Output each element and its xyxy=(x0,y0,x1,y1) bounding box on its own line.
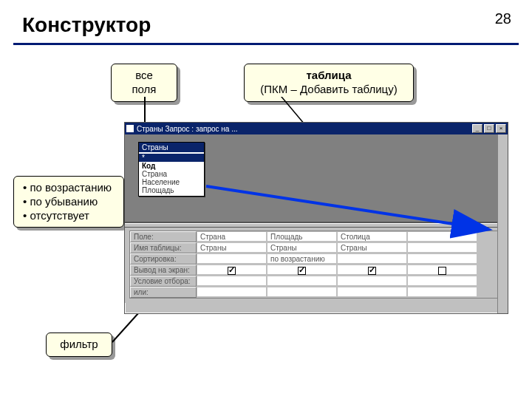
cell-or-0[interactable] xyxy=(197,287,267,297)
cell-sort-3[interactable] xyxy=(407,253,477,264)
query-designer-window: Страны Запрос : запрос на ... _ □ × Стра… xyxy=(124,122,508,314)
cell-field-2[interactable]: Столица xyxy=(337,231,407,242)
checkbox-show-3[interactable] xyxy=(438,267,446,275)
row-label-or: или: xyxy=(130,287,197,298)
sort-option-none: отсутствует xyxy=(23,209,115,223)
callout-filter: фильтр xyxy=(46,332,112,357)
tables-pane[interactable]: Страны * Код Страна Население Площадь xyxy=(125,134,508,223)
checkbox-show-1[interactable] xyxy=(298,267,306,275)
design-grid[interactable]: Поле: Страна Площадь Столица Имя таблицы… xyxy=(129,231,503,299)
document-icon xyxy=(126,125,134,132)
vertical-scrollbar[interactable] xyxy=(497,134,508,313)
cell-sort-2[interactable] xyxy=(337,253,407,264)
title-rule xyxy=(13,43,519,45)
cell-or-3[interactable] xyxy=(407,287,477,297)
sort-option-desc: по убыванию xyxy=(23,195,115,209)
design-grid-pane: Поле: Страна Площадь Столица Имя таблицы… xyxy=(125,228,508,303)
cell-field-1[interactable]: Площадь xyxy=(267,231,337,242)
row-label-criteria: Условие отбора: xyxy=(130,276,197,287)
cell-show-2[interactable] xyxy=(337,265,407,275)
cell-criteria-2[interactable] xyxy=(337,276,407,286)
callout-table-hint-line1: таблица xyxy=(253,69,404,83)
cell-or-2[interactable] xyxy=(337,287,407,297)
field-code[interactable]: Код xyxy=(139,162,204,170)
cell-table-3[interactable] xyxy=(407,242,477,253)
sort-option-asc: по возрастанию xyxy=(23,181,115,195)
close-button[interactable]: × xyxy=(496,124,506,133)
row-label-show: Вывод на экран: xyxy=(130,265,197,276)
minimize-button[interactable]: _ xyxy=(472,124,482,133)
field-population[interactable]: Население xyxy=(139,178,204,186)
callout-all-fields-line2: поля xyxy=(120,83,168,97)
row-label-field: Поле: xyxy=(130,231,197,242)
cell-field-3[interactable] xyxy=(407,231,477,242)
cell-criteria-3[interactable] xyxy=(407,276,477,286)
cell-show-3[interactable] xyxy=(407,265,477,275)
cell-or-1[interactable] xyxy=(267,287,337,297)
cell-table-0[interactable]: Страны xyxy=(197,242,267,253)
checkbox-show-0[interactable] xyxy=(228,267,236,275)
callout-table-hint-line2: (ПКМ – Добавить таблицу) xyxy=(253,83,404,97)
checkbox-show-2[interactable] xyxy=(368,267,376,275)
cell-table-2[interactable]: Страны xyxy=(337,242,407,253)
callout-table-hint: таблица (ПКМ – Добавить таблицу) xyxy=(244,64,414,102)
page-title: Конструктор xyxy=(22,13,151,37)
source-table[interactable]: Страны * Код Страна Население Площадь xyxy=(138,142,205,197)
cell-criteria-1[interactable] xyxy=(267,276,337,286)
source-table-title[interactable]: Страны xyxy=(139,143,204,152)
page-number: 28 xyxy=(495,10,511,27)
cell-table-1[interactable]: Страны xyxy=(267,242,337,253)
callout-filter-text: фильтр xyxy=(60,338,98,350)
field-list[interactable]: * Код Страна Население Площадь xyxy=(139,152,204,196)
cell-show-0[interactable] xyxy=(197,265,267,275)
row-label-table: Имя таблицы: xyxy=(130,242,197,253)
row-label-sort: Сортировка: xyxy=(130,253,197,265)
maximize-button[interactable]: □ xyxy=(484,124,494,133)
cell-sort-0[interactable] xyxy=(197,253,267,264)
cell-field-0[interactable]: Страна xyxy=(197,231,267,242)
field-area[interactable]: Площадь xyxy=(139,186,204,194)
titlebar[interactable]: Страны Запрос : запрос на ... _ □ × xyxy=(125,123,508,134)
cell-criteria-0[interactable] xyxy=(197,276,267,286)
cell-show-1[interactable] xyxy=(267,265,337,275)
window-title: Страны Запрос : запрос на ... xyxy=(137,125,238,133)
callout-sort-options: по возрастанию по убыванию отсутствует xyxy=(13,176,124,228)
field-star[interactable]: * xyxy=(139,154,204,162)
field-country[interactable]: Страна xyxy=(139,170,204,178)
callout-all-fields: все поля xyxy=(111,64,177,102)
cell-sort-1[interactable]: по возрастанию xyxy=(267,253,337,264)
callout-all-fields-line1: все xyxy=(120,69,168,83)
svg-line-1 xyxy=(206,186,487,229)
